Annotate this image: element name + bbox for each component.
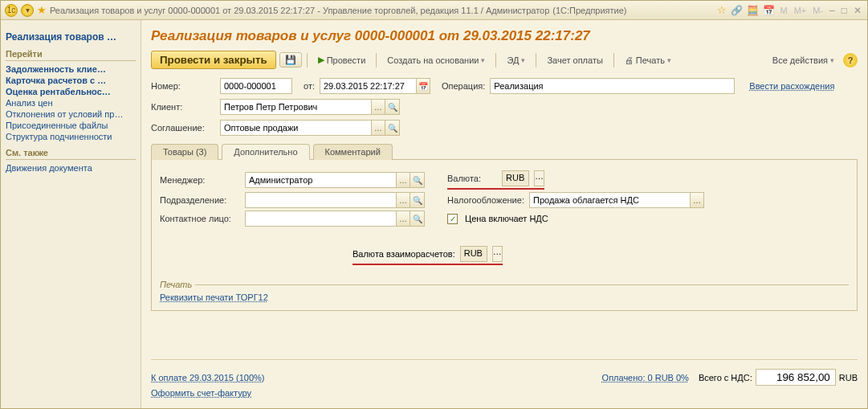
manager-label: Менеджер: (160, 175, 240, 185)
sidebar-item-card[interactable]: Карточка расчетов с … (6, 76, 136, 85)
sidebar-item-doc-movements[interactable]: Движения документа (6, 163, 136, 173)
all-actions-button[interactable]: Все действия (767, 53, 840, 67)
agreement-select-icon[interactable]: … (371, 120, 385, 136)
m-button[interactable]: M (780, 6, 787, 15)
total-value[interactable] (756, 369, 836, 386)
post-button[interactable]: ▶ Провести (312, 52, 372, 67)
offset-payment-button[interactable]: Зачет оплаты (541, 53, 608, 67)
tabs: Товары (3) Дополнительно Комментарий (151, 143, 858, 160)
settlement-currency-value: RUB (460, 246, 487, 262)
price-includes-vat-label: Цена включает НДС (465, 214, 548, 223)
sidebar: Реализация товаров … Перейти Задолженнос… (1, 20, 141, 408)
calculator-icon[interactable]: 🧮 (746, 4, 759, 17)
total-label: Всего с НДС: (699, 373, 752, 382)
titlebar: 1c ▾ ★ Реализация товаров и услуг 0000-0… (1, 1, 867, 20)
sidebar-section-seealso: См. также (6, 148, 136, 160)
invoice-link[interactable]: Оформить счет-фактуру (151, 388, 251, 398)
agreement-label: Соглашение: (151, 123, 215, 133)
star-icon[interactable]: ☆ (717, 4, 727, 16)
manager-field[interactable] (245, 172, 396, 188)
contact-label: Контактное лицо: (160, 214, 240, 223)
currency-select-icon[interactable]: … (534, 170, 544, 186)
client-search-icon[interactable]: 🔍 (385, 99, 400, 115)
date-picker-icon[interactable]: 📅 (416, 78, 430, 94)
currency-value: RUB (502, 170, 529, 186)
department-select-icon[interactable]: … (396, 192, 410, 208)
print-section-title: Печать (160, 280, 849, 289)
settlement-currency-select-icon[interactable]: … (492, 246, 503, 262)
sidebar-item-profitability[interactable]: Оценка рентабельнос… (6, 87, 136, 96)
sidebar-item-hierarchy[interactable]: Структура подчиненности (6, 132, 136, 141)
window-title: Реализация товаров и услуг 0000-000001 о… (50, 6, 549, 15)
sidebar-item-deviations[interactable]: Отклонения от условий пр… (6, 109, 136, 119)
operation-label: Операция: (442, 81, 485, 91)
agreement-search-icon[interactable]: 🔍 (385, 120, 400, 136)
contact-search-icon[interactable]: 🔍 (410, 211, 425, 227)
tax-field[interactable] (529, 192, 690, 208)
app-logo-icon: 1c (5, 4, 18, 17)
date-label: от: (304, 81, 315, 91)
tab-comment[interactable]: Комментарий (313, 144, 393, 160)
client-select-icon[interactable]: … (371, 99, 385, 115)
currency-label: Валюта: (447, 174, 497, 183)
date-field[interactable] (320, 78, 416, 94)
sidebar-item-price-analysis[interactable]: Анализ цен (6, 98, 136, 108)
m-minus-button[interactable]: M- (813, 6, 823, 15)
client-field[interactable] (220, 99, 371, 115)
create-on-basis-button[interactable]: Создать на основании (381, 53, 491, 67)
print-button[interactable]: 🖨 Печать (619, 53, 677, 67)
contact-field[interactable] (245, 211, 396, 227)
settlement-currency-label: Валюта взаиморасчетов: (352, 249, 455, 259)
mode-label: (1С:Предприятие) (552, 6, 626, 15)
discrepancy-link[interactable]: Ввести расхождения (749, 81, 834, 91)
toolbar: Провести и закрыть 💾 ▶ Провести Создать … (151, 51, 858, 69)
sidebar-heading: Реализация товаров … (6, 31, 136, 43)
department-label: Подразделение: (160, 195, 240, 205)
manager-search-icon[interactable]: 🔍 (410, 172, 425, 188)
contact-select-icon[interactable]: … (396, 211, 410, 227)
paid-link[interactable]: Оплачено: 0 RUB 0% (602, 373, 689, 382)
link-icon[interactable]: 🔗 (730, 4, 743, 17)
footer: К оплате 29.03.2015 (100%) Оплачено: 0 R… (151, 359, 858, 400)
client-label: Клиент: (151, 102, 215, 112)
tab-body-additional: Менеджер: … 🔍 Валюта: RUB … Подразделени… (151, 160, 858, 311)
total-currency: RUB (839, 373, 858, 382)
price-includes-vat-checkbox[interactable]: ✓ (447, 214, 458, 224)
maximize-icon[interactable]: □ (842, 5, 847, 16)
favorite-icon[interactable]: ★ (37, 4, 47, 16)
minimize-icon[interactable]: – (829, 5, 835, 16)
save-button[interactable]: 💾 (279, 52, 302, 67)
page-title: Реализация товаров и услуг 0000-000001 о… (151, 28, 858, 44)
agreement-field[interactable] (220, 120, 371, 136)
department-field[interactable] (245, 192, 396, 208)
operation-field[interactable] (490, 78, 735, 94)
content: Реализация товаров и услуг 0000-000001 о… (141, 20, 867, 408)
sidebar-section-nav: Перейти (6, 49, 136, 61)
sidebar-item-debt[interactable]: Задолженность клие… (6, 64, 136, 74)
manager-select-icon[interactable]: … (396, 172, 410, 188)
sidebar-item-attached-files[interactable]: Присоединенные файлы (6, 121, 136, 130)
torg12-link[interactable]: Реквизиты печати ТОРГ12 (160, 292, 268, 302)
tax-label: Налогообложение: (447, 195, 524, 205)
number-field[interactable] (220, 78, 292, 94)
ed-button[interactable]: ЭД (501, 53, 531, 67)
calendar-icon[interactable]: 📅 (762, 4, 775, 17)
post-and-close-button[interactable]: Провести и закрыть (151, 51, 276, 69)
close-icon[interactable]: ✕ (854, 5, 862, 16)
tax-select-icon[interactable]: … (690, 192, 704, 208)
nav-back-icon[interactable]: ▾ (21, 4, 34, 17)
m-plus-button[interactable]: M+ (794, 6, 807, 15)
tab-additional[interactable]: Дополнительно (222, 144, 309, 160)
help-icon[interactable]: ? (843, 53, 858, 67)
number-label: Номер: (151, 81, 215, 91)
tab-products[interactable]: Товары (3) (151, 144, 218, 160)
department-search-icon[interactable]: 🔍 (410, 192, 425, 208)
to-pay-link[interactable]: К оплате 29.03.2015 (100%) (151, 373, 265, 382)
